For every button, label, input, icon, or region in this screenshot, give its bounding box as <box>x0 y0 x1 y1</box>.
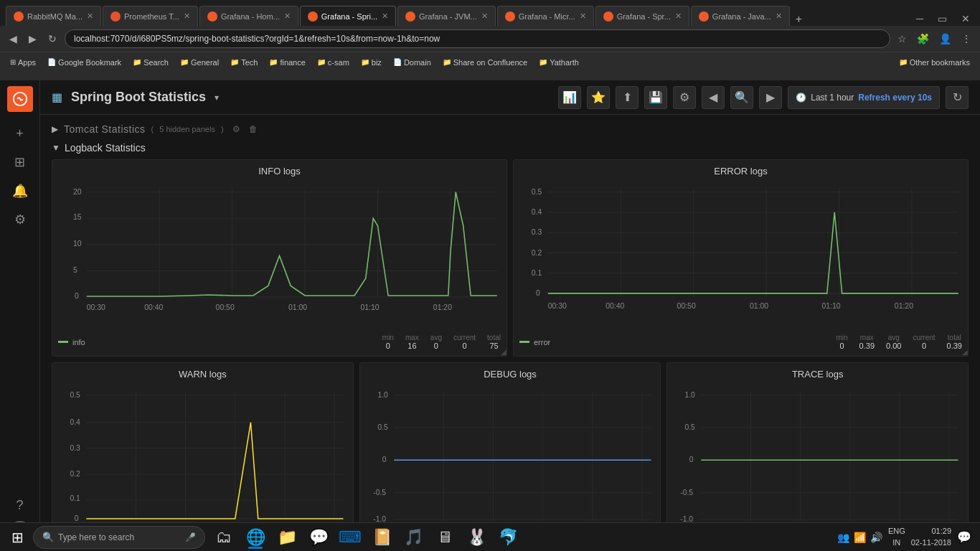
taskbar-app-edge[interactable]: 🌐 <box>241 524 270 550</box>
tab-grafana-jvm[interactable]: Grafana - JVM... ✕ <box>397 6 496 26</box>
taskbar-search-box[interactable]: 🔍 Type here to search 🎤 <box>33 526 205 549</box>
settings-button[interactable]: ⚙ <box>673 86 696 109</box>
bookmark-other[interactable]: 📁 Other bookmarks <box>895 57 974 68</box>
minimize-button[interactable]: ─ <box>912 11 928 26</box>
tab-close-grafana-spr2[interactable]: ✕ <box>675 11 682 21</box>
info-legend-label: info <box>72 338 85 347</box>
favorite-button[interactable]: ⭐ <box>587 86 610 109</box>
error-stats: min0 max0.39 avg0.00 current0 total0.39 <box>836 334 962 350</box>
title-dropdown-icon[interactable]: ▾ <box>215 93 219 103</box>
maximize-button[interactable]: ▭ <box>933 11 951 26</box>
tab-prometheus[interactable]: Prometheus T... ✕ <box>103 6 198 26</box>
menu-icon[interactable]: ⋮ <box>958 32 974 46</box>
info-logs-panel: INFO logs 20 15 10 5 0 <box>52 159 507 357</box>
bookmark-confluence[interactable]: 📁 Share on Confluence <box>438 57 532 68</box>
bookmark-domain[interactable]: 📄 Domain <box>389 57 435 68</box>
tab-close-grafana-spring[interactable]: ✕ <box>382 11 388 21</box>
next-time-button[interactable]: ▶ <box>759 86 782 109</box>
tab-grafana-spring[interactable]: Grafana - Spri... ✕ <box>300 6 396 26</box>
tab-bar: RabbitMQ Ma... ✕ Prometheus T... ✕ Grafa… <box>0 0 980 26</box>
tab-grafana-home[interactable]: Grafana - Hom... ✕ <box>199 6 298 26</box>
logback-section-header[interactable]: ▼ Logback Statistics <box>52 139 969 159</box>
taskbar-app-terminal[interactable]: ⌨ <box>336 524 364 550</box>
bookmark-csam[interactable]: 📁 c-sam <box>313 57 354 68</box>
prev-time-button[interactable]: ◀ <box>702 86 725 109</box>
network-icon[interactable]: 👥 <box>837 532 849 543</box>
window-controls: ─ ▭ ✕ <box>912 11 974 26</box>
bottom-charts-row: WARN logs 0.5 0.4 0.3 0.2 0.1 0 <box>52 362 969 546</box>
extension-icon[interactable]: 🧩 <box>914 32 932 46</box>
tab-close-grafana-home[interactable]: ✕ <box>284 11 291 21</box>
taskbar-app-media[interactable]: 🎵 <box>399 524 428 550</box>
tab-rabbitmq[interactable]: RabbitMQ Ma... ✕ <box>6 6 101 26</box>
info-logs-resize-handle[interactable]: ◢ <box>495 344 507 356</box>
svg-text:15: 15 <box>73 213 82 221</box>
add-panel-button[interactable]: 📊 <box>558 86 581 109</box>
tab-close-rabbitmq[interactable]: ✕ <box>87 11 93 21</box>
taskbar-language[interactable]: ENGIN <box>888 526 905 548</box>
bookmark-google[interactable]: 📄 Google Bookmark <box>43 57 126 68</box>
address-input[interactable] <box>65 29 890 48</box>
forward-button[interactable]: ▶ <box>25 32 40 46</box>
taskbar-app-onenote[interactable]: 📔 <box>367 524 396 550</box>
svg-text:00:50: 00:50 <box>677 302 696 310</box>
help-icon[interactable]: ? <box>7 492 33 518</box>
svg-text:0.5: 0.5 <box>70 391 81 399</box>
bookmark-yatharth[interactable]: 📁 Yatharth <box>534 57 583 68</box>
tab-close-grafana-java[interactable]: ✕ <box>776 11 782 21</box>
bookmark-biz[interactable]: 📁 biz <box>357 57 386 68</box>
taskbar-app-explorer[interactable]: 📁 <box>273 524 301 550</box>
tomcat-delete-icon[interactable]: 🗑 <box>249 124 258 134</box>
tab-close-prometheus[interactable]: ✕ <box>184 11 190 21</box>
svg-text:1.0: 1.0 <box>377 391 388 399</box>
taskbar-app-desktop[interactable]: 🖥 <box>430 524 459 550</box>
profile-icon[interactable]: 👤 <box>936 32 954 46</box>
dashboards-icon[interactable]: ⊞ <box>7 149 33 175</box>
refresh-page-button[interactable]: ↻ <box>44 32 60 46</box>
save-button[interactable]: 💾 <box>644 86 667 109</box>
tab-grafana-spr2[interactable]: Grafana - Spr... ✕ <box>595 6 689 26</box>
taskbar-app-pinned[interactable]: 🐬 <box>494 524 522 550</box>
time-range-picker[interactable]: 🕐 Last 1 hour Refresh every 10s <box>788 86 940 109</box>
zoom-out-button[interactable]: 🔍 <box>730 86 753 109</box>
start-button[interactable]: ⊞ <box>3 524 32 550</box>
settings-icon[interactable]: ⚙ <box>7 207 33 232</box>
volume-icon[interactable]: 🔊 <box>870 532 882 543</box>
back-button[interactable]: ◀ <box>6 32 21 46</box>
bookmark-star-icon[interactable]: ☆ <box>895 32 910 46</box>
bookmark-finance[interactable]: 📁 finance <box>265 57 309 68</box>
svg-text:0: 0 <box>689 456 694 464</box>
taskbar-app-task-view[interactable]: 🗂 <box>209 524 238 550</box>
share-button[interactable]: ⬆ <box>616 86 639 109</box>
plus-icon[interactable]: + <box>7 121 33 146</box>
alerts-icon[interactable]: 🔔 <box>7 178 33 204</box>
refresh-button[interactable]: ↻ <box>946 86 969 109</box>
dashboard-icon: ▦ <box>52 90 62 104</box>
grafana-logo[interactable] <box>7 86 33 112</box>
debug-logs-panel: DEBUG logs 1.0 0.5 0 -0.5 -1.0 <box>359 362 661 546</box>
new-tab-button[interactable]: + <box>791 13 806 26</box>
svg-text:01:10: 01:10 <box>821 302 840 310</box>
bookmark-tech[interactable]: 📁 Tech <box>226 57 262 68</box>
tab-close-grafana-micro[interactable]: ✕ <box>580 11 586 21</box>
tab-close-grafana-jvm[interactable]: ✕ <box>481 11 488 21</box>
taskbar-apps: 🗂 🌐 📁 💬 ⌨ 📔 🎵 🖥 🐰 🐬 <box>209 524 522 550</box>
tab-grafana-java[interactable]: Grafana - Java... ✕ <box>691 6 790 26</box>
error-logs-resize-handle[interactable]: ◢ <box>956 344 968 356</box>
svg-text:00:50: 00:50 <box>216 303 235 311</box>
trace-logs-chart-area: 1.0 0.5 0 -0.5 -1.0 <box>673 384 962 528</box>
bookmark-apps[interactable]: ⊞ Apps <box>6 57 40 68</box>
tomcat-section-header[interactable]: ▶ Tomcat Statistics ( 5 hidden panels ) … <box>52 121 969 139</box>
bookmark-search[interactable]: 📁 Search <box>128 57 173 68</box>
notification-icon[interactable]: 💬 <box>957 530 971 544</box>
bookmark-general[interactable]: 📁 General <box>176 57 223 68</box>
debug-logs-svg: 1.0 0.5 0 -0.5 -1.0 <box>366 384 655 528</box>
taskbar-clock[interactable]: 01:29 02-11-2018 <box>911 526 951 548</box>
tomcat-edit-icon[interactable]: ⚙ <box>232 124 240 134</box>
taskbar-app-chat[interactable]: 💬 <box>304 524 333 550</box>
taskbar-app-rabbit[interactable]: 🐰 <box>462 524 491 550</box>
close-button[interactable]: ✕ <box>957 11 974 26</box>
tab-grafana-micro[interactable]: Grafana - Micr... ✕ <box>497 6 594 26</box>
wifi-icon[interactable]: 📶 <box>854 532 866 543</box>
svg-text:0.1: 0.1 <box>532 269 542 277</box>
